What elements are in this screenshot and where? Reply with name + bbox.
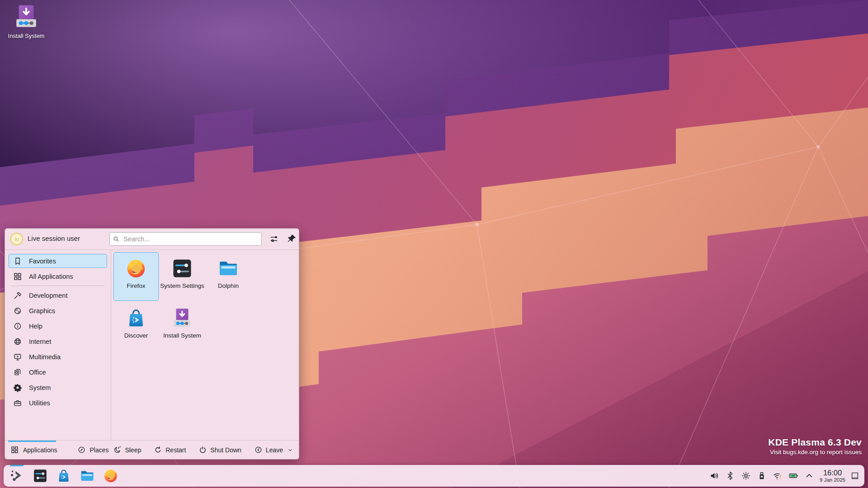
taskbar-pinned-apps	[7, 466, 120, 485]
sidebar-item-label: Help	[29, 323, 42, 330]
battery-icon	[788, 471, 798, 481]
sidebar-item-label: Development	[29, 292, 67, 299]
sidebar-item-label: Utilities	[29, 399, 50, 407]
tray-network[interactable]	[772, 470, 783, 482]
search-icon	[113, 235, 120, 243]
clock-time: 16:00	[820, 469, 845, 477]
sidebar-item-internet[interactable]: Internet	[9, 334, 107, 348]
footer-tab-label: Applications	[23, 446, 57, 454]
show-desktop-button[interactable]	[849, 468, 861, 483]
footer-tab-applications[interactable]: Applications	[10, 446, 57, 454]
sidebar-item-label: System	[29, 384, 51, 391]
configure-icon[interactable]	[269, 234, 280, 244]
user-name: Live session user	[28, 235, 80, 242]
app-tile-system-settings[interactable]: System Settings	[160, 252, 205, 301]
dolphin-icon	[80, 468, 95, 483]
launcher-footer: ApplicationsPlaces SleepRestartShut Down…	[5, 440, 299, 459]
system-tray	[708, 470, 815, 482]
desktop-icon-label: Install System	[5, 33, 47, 39]
dolphin-icon	[217, 258, 239, 279]
taskbar-discover[interactable]	[54, 466, 73, 485]
plasma-version-text: KDE Plasma 6.3 Dev	[768, 437, 862, 448]
launcher-app-grid: FirefoxSystem SettingsDolphinDiscoverIns…	[111, 250, 299, 440]
sidebar-item-all-applications[interactable]: All Applications	[9, 269, 107, 283]
office-icon	[13, 368, 22, 377]
chevron-up-icon	[804, 471, 814, 481]
gear-icon	[13, 383, 22, 392]
sidebar-item-help[interactable]: Help	[9, 319, 107, 333]
tray-brightness[interactable]	[740, 470, 752, 482]
grid-icon	[10, 446, 19, 454]
system-settings-icon	[33, 468, 48, 483]
pin-icon[interactable]	[286, 234, 297, 244]
footer-tab-places[interactable]: Places	[77, 446, 109, 454]
sidebar-separator	[11, 286, 104, 286]
sidebar-item-label: All Applications	[29, 273, 73, 280]
taskbar-application-launcher[interactable]	[7, 466, 26, 485]
install-system-icon	[13, 4, 39, 31]
action-shut-down[interactable]: Shut Down	[198, 446, 241, 454]
launcher-body: FavoritesAll ApplicationsDevelopmentGrap…	[5, 250, 299, 440]
sidebar-item-development[interactable]: Development	[9, 288, 107, 302]
tray-battery[interactable]	[788, 470, 799, 482]
taskbar-firefox[interactable]	[101, 466, 120, 485]
brightness-icon	[741, 471, 751, 481]
hammer-icon	[13, 291, 22, 300]
plasma-bugs-text: Visit bugs.kde.org to report issues	[768, 449, 862, 455]
action-restart[interactable]: Restart	[154, 446, 186, 454]
application-launcher-popup: lu Live session user FavoritesAll Applic…	[5, 228, 299, 460]
app-tile-discover[interactable]: Discover	[113, 302, 159, 351]
tray-volume[interactable]	[708, 470, 720, 482]
tray-expand-tray[interactable]	[803, 470, 815, 482]
bluetooth-icon	[725, 471, 735, 481]
action-label: Sleep	[125, 446, 141, 454]
footer-tabs: ApplicationsPlaces	[10, 446, 109, 454]
discover-icon	[56, 468, 71, 483]
desktop-icon-install-system[interactable]: Install System	[5, 4, 47, 39]
app-tile-label: Firefox	[127, 282, 145, 290]
sidebar-item-label: Internet	[29, 338, 51, 345]
action-label: Shut Down	[210, 446, 241, 454]
tray-removable-device[interactable]	[756, 470, 768, 482]
app-tile-dolphin[interactable]: Dolphin	[206, 252, 251, 301]
active-tab-indicator	[8, 441, 56, 442]
app-tile-label: Dolphin	[218, 282, 239, 290]
sidebar-item-label: Office	[29, 369, 46, 376]
plasma-branding: KDE Plasma 6.3 Dev Visit bugs.kde.org to…	[768, 437, 862, 455]
sidebar-item-graphics[interactable]: Graphics	[9, 304, 107, 318]
taskbar-dolphin[interactable]	[78, 466, 97, 485]
tray-bluetooth[interactable]	[724, 470, 736, 482]
search-input[interactable]	[109, 232, 262, 246]
multimedia-icon	[13, 352, 22, 361]
avatar-initials: lu	[15, 236, 19, 242]
wifi-warning-icon	[773, 471, 783, 481]
taskbar-system-settings[interactable]	[31, 466, 50, 485]
sidebar-item-utilities[interactable]: Utilities	[9, 396, 107, 410]
app-tile-install-system[interactable]: Install System	[160, 302, 205, 351]
sidebar-item-multimedia[interactable]: Multimedia	[9, 350, 107, 364]
sidebar-item-label: Favorites	[29, 258, 56, 265]
chevron-down-icon[interactable]	[287, 447, 293, 453]
app-tile-label: Discover	[124, 332, 148, 339]
sidebar-item-label: Multimedia	[29, 353, 61, 361]
app-tile-firefox[interactable]: Firefox	[113, 252, 159, 301]
compass-icon	[77, 446, 86, 454]
sidebar-item-office[interactable]: Office	[9, 365, 107, 379]
launcher-sidebar: FavoritesAll ApplicationsDevelopmentGrap…	[5, 250, 111, 440]
user-avatar[interactable]: lu	[10, 233, 23, 245]
sidebar-item-system[interactable]: System	[9, 380, 107, 394]
firefox-icon	[103, 468, 118, 483]
session-actions: SleepRestartShut DownLeave	[113, 446, 293, 454]
search-field-wrap	[109, 232, 262, 246]
install-system-icon	[171, 307, 193, 329]
shutdown-icon	[198, 446, 207, 454]
digital-clock[interactable]: 16:00 9 Jan 2025	[820, 469, 845, 483]
checker-icon	[13, 306, 22, 315]
clock-date: 9 Jan 2025	[820, 477, 845, 483]
info-icon	[13, 322, 22, 331]
action-sleep[interactable]: Sleep	[113, 446, 141, 454]
bookmark-icon	[13, 257, 22, 266]
sidebar-item-favorites[interactable]: Favorites	[9, 254, 107, 268]
footer-tab-label: Places	[90, 446, 109, 454]
action-leave[interactable]: Leave	[254, 446, 293, 454]
